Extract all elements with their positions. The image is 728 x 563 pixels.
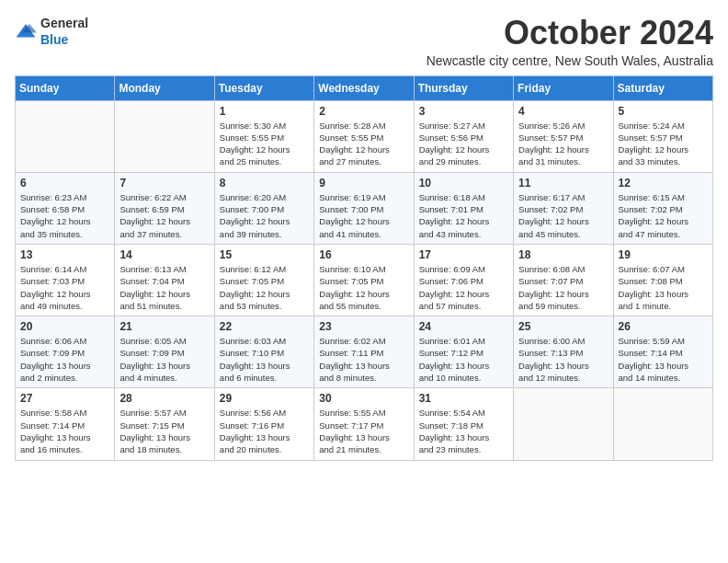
month-title: October 2024 bbox=[427, 15, 713, 52]
day-info: Sunrise: 5:30 AMSunset: 5:55 PMDaylight:… bbox=[220, 120, 309, 168]
calendar-cell: 23Sunrise: 6:02 AMSunset: 7:11 PMDayligh… bbox=[314, 316, 414, 388]
calendar-cell: 27Sunrise: 5:58 AMSunset: 7:14 PMDayligh… bbox=[16, 388, 115, 460]
calendar-cell: 13Sunrise: 6:14 AMSunset: 7:03 PMDayligh… bbox=[16, 244, 115, 316]
calendar-week-3: 13Sunrise: 6:14 AMSunset: 7:03 PMDayligh… bbox=[16, 244, 713, 316]
calendar-cell: 20Sunrise: 6:06 AMSunset: 7:09 PMDayligh… bbox=[16, 316, 115, 388]
calendar-body: 1Sunrise: 5:30 AMSunset: 5:55 PMDaylight… bbox=[16, 100, 713, 460]
calendar-cell: 29Sunrise: 5:56 AMSunset: 7:16 PMDayligh… bbox=[214, 388, 313, 460]
day-info: Sunrise: 6:15 AMSunset: 7:02 PMDaylight:… bbox=[619, 191, 708, 240]
calendar-cell: 31Sunrise: 5:54 AMSunset: 7:18 PMDayligh… bbox=[414, 388, 513, 460]
day-number: 14 bbox=[119, 248, 209, 261]
day-number: 2 bbox=[319, 105, 408, 118]
calendar-cell: 1Sunrise: 5:30 AMSunset: 5:55 PMDaylight… bbox=[214, 100, 313, 172]
calendar-cell: 28Sunrise: 5:57 AMSunset: 7:15 PMDayligh… bbox=[115, 388, 214, 460]
calendar-cell: 24Sunrise: 6:01 AMSunset: 7:12 PMDayligh… bbox=[414, 316, 513, 388]
calendar-week-2: 6Sunrise: 6:23 AMSunset: 6:58 PMDaylight… bbox=[16, 172, 713, 244]
calendar-cell: 6Sunrise: 6:23 AMSunset: 6:58 PMDaylight… bbox=[16, 172, 115, 244]
day-info: Sunrise: 6:09 AMSunset: 7:06 PMDaylight:… bbox=[419, 263, 508, 312]
day-header-sunday: Sunday bbox=[16, 75, 115, 100]
subtitle: Newcastle city centre, New South Wales, … bbox=[427, 53, 713, 68]
day-number: 31 bbox=[419, 392, 508, 405]
calendar-cell bbox=[115, 100, 214, 172]
calendar-cell: 9Sunrise: 6:19 AMSunset: 7:00 PMDaylight… bbox=[314, 172, 414, 244]
calendar-cell: 17Sunrise: 6:09 AMSunset: 7:06 PMDayligh… bbox=[414, 244, 513, 316]
day-info: Sunrise: 6:23 AMSunset: 6:58 PMDaylight:… bbox=[20, 191, 109, 240]
calendar-cell: 11Sunrise: 6:17 AMSunset: 7:02 PMDayligh… bbox=[514, 172, 613, 244]
day-info: Sunrise: 6:00 AMSunset: 7:13 PMDaylight:… bbox=[518, 335, 608, 384]
calendar-cell: 15Sunrise: 6:12 AMSunset: 7:05 PMDayligh… bbox=[214, 244, 313, 316]
calendar-cell: 8Sunrise: 6:20 AMSunset: 7:00 PMDaylight… bbox=[214, 172, 313, 244]
day-info: Sunrise: 5:54 AMSunset: 7:18 PMDaylight:… bbox=[419, 407, 508, 455]
day-info: Sunrise: 6:01 AMSunset: 7:12 PMDaylight:… bbox=[419, 335, 508, 384]
day-info: Sunrise: 6:10 AMSunset: 7:05 PMDaylight:… bbox=[319, 263, 408, 312]
day-number: 28 bbox=[119, 392, 209, 405]
day-info: Sunrise: 6:05 AMSunset: 7:09 PMDaylight:… bbox=[119, 335, 209, 384]
day-number: 19 bbox=[619, 248, 708, 261]
day-info: Sunrise: 5:59 AMSunset: 7:14 PMDaylight:… bbox=[619, 335, 708, 384]
day-number: 10 bbox=[419, 177, 508, 190]
calendar-week-5: 27Sunrise: 5:58 AMSunset: 7:14 PMDayligh… bbox=[16, 388, 713, 460]
day-number: 3 bbox=[419, 105, 508, 118]
calendar-header-row: SundayMondayTuesdayWednesdayThursdayFrid… bbox=[16, 75, 713, 100]
day-info: Sunrise: 6:13 AMSunset: 7:04 PMDaylight:… bbox=[119, 263, 209, 312]
day-header-monday: Monday bbox=[115, 75, 214, 100]
calendar-cell: 2Sunrise: 5:28 AMSunset: 5:55 PMDaylight… bbox=[314, 100, 414, 172]
day-info: Sunrise: 6:12 AMSunset: 7:05 PMDaylight:… bbox=[220, 263, 309, 312]
day-number: 4 bbox=[518, 105, 608, 118]
calendar-cell: 18Sunrise: 6:08 AMSunset: 7:07 PMDayligh… bbox=[514, 244, 613, 316]
day-number: 15 bbox=[220, 248, 309, 261]
calendar-table: SundayMondayTuesdayWednesdayThursdayFrid… bbox=[15, 75, 713, 461]
day-header-thursday: Thursday bbox=[414, 75, 513, 100]
day-number: 22 bbox=[220, 320, 309, 333]
day-number: 21 bbox=[119, 320, 209, 333]
calendar-cell: 10Sunrise: 6:18 AMSunset: 7:01 PMDayligh… bbox=[414, 172, 513, 244]
calendar-cell: 19Sunrise: 6:07 AMSunset: 7:08 PMDayligh… bbox=[613, 244, 712, 316]
calendar-cell: 22Sunrise: 6:03 AMSunset: 7:10 PMDayligh… bbox=[214, 316, 313, 388]
calendar-cell: 4Sunrise: 5:26 AMSunset: 5:57 PMDaylight… bbox=[514, 100, 613, 172]
calendar-cell: 21Sunrise: 6:05 AMSunset: 7:09 PMDayligh… bbox=[115, 316, 214, 388]
calendar-cell: 14Sunrise: 6:13 AMSunset: 7:04 PMDayligh… bbox=[115, 244, 214, 316]
calendar-cell: 26Sunrise: 5:59 AMSunset: 7:14 PMDayligh… bbox=[613, 316, 712, 388]
day-info: Sunrise: 5:56 AMSunset: 7:16 PMDaylight:… bbox=[220, 407, 309, 455]
logo-text-general: General bbox=[40, 16, 88, 30]
logo-text-blue: Blue bbox=[40, 32, 68, 47]
title-area: October 2024 Newcastle city centre, New … bbox=[427, 15, 713, 68]
day-number: 18 bbox=[518, 248, 608, 261]
day-info: Sunrise: 6:19 AMSunset: 7:00 PMDaylight:… bbox=[319, 191, 408, 240]
day-number: 27 bbox=[20, 392, 109, 405]
calendar-week-1: 1Sunrise: 5:30 AMSunset: 5:55 PMDaylight… bbox=[16, 100, 713, 172]
calendar-cell: 12Sunrise: 6:15 AMSunset: 7:02 PMDayligh… bbox=[613, 172, 712, 244]
day-number: 9 bbox=[319, 177, 408, 190]
day-info: Sunrise: 6:03 AMSunset: 7:10 PMDaylight:… bbox=[220, 335, 309, 384]
day-info: Sunrise: 5:55 AMSunset: 7:17 PMDaylight:… bbox=[319, 407, 408, 455]
logo: General Blue bbox=[15, 15, 88, 48]
day-info: Sunrise: 5:27 AMSunset: 5:56 PMDaylight:… bbox=[419, 120, 508, 168]
day-number: 25 bbox=[518, 320, 608, 333]
day-info: Sunrise: 6:18 AMSunset: 7:01 PMDaylight:… bbox=[419, 191, 508, 240]
day-info: Sunrise: 5:58 AMSunset: 7:14 PMDaylight:… bbox=[20, 407, 109, 455]
page-header: General Blue October 2024 Newcastle city… bbox=[15, 15, 713, 68]
calendar-cell bbox=[613, 388, 712, 460]
day-header-tuesday: Tuesday bbox=[214, 75, 313, 100]
calendar-cell: 30Sunrise: 5:55 AMSunset: 7:17 PMDayligh… bbox=[314, 388, 414, 460]
day-number: 24 bbox=[419, 320, 508, 333]
day-info: Sunrise: 6:14 AMSunset: 7:03 PMDaylight:… bbox=[20, 263, 109, 312]
day-info: Sunrise: 6:07 AMSunset: 7:08 PMDaylight:… bbox=[619, 263, 708, 312]
calendar-cell bbox=[16, 100, 115, 172]
day-number: 26 bbox=[619, 320, 708, 333]
day-number: 11 bbox=[518, 177, 608, 190]
calendar-week-4: 20Sunrise: 6:06 AMSunset: 7:09 PMDayligh… bbox=[16, 316, 713, 388]
day-number: 1 bbox=[220, 105, 309, 118]
calendar-cell: 7Sunrise: 6:22 AMSunset: 6:59 PMDaylight… bbox=[115, 172, 214, 244]
calendar-cell bbox=[514, 388, 613, 460]
day-number: 30 bbox=[319, 392, 408, 405]
day-info: Sunrise: 6:08 AMSunset: 7:07 PMDaylight:… bbox=[518, 263, 608, 312]
day-number: 20 bbox=[20, 320, 109, 333]
day-number: 29 bbox=[220, 392, 309, 405]
day-header-wednesday: Wednesday bbox=[314, 75, 414, 100]
day-info: Sunrise: 6:17 AMSunset: 7:02 PMDaylight:… bbox=[518, 191, 608, 240]
day-info: Sunrise: 6:22 AMSunset: 6:59 PMDaylight:… bbox=[119, 191, 209, 240]
day-number: 17 bbox=[419, 248, 508, 261]
day-number: 6 bbox=[20, 177, 109, 190]
day-info: Sunrise: 6:06 AMSunset: 7:09 PMDaylight:… bbox=[20, 335, 109, 384]
